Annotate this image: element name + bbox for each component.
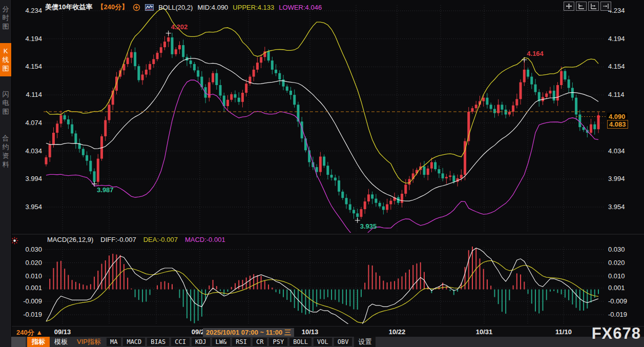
- macd-axis-label: 0.020: [608, 259, 625, 267]
- macd-layer: [46, 243, 598, 332]
- period-selector[interactable]: 240分 ▲: [16, 328, 43, 337]
- tab-vip-indicators[interactable]: VIP指标: [72, 337, 106, 347]
- trading-app: 分时图 K线图 闪电图 合约资料 美债10年收益率 【240分】 BOLL(20…: [0, 0, 644, 347]
- x-axis-label[interactable]: 2025/10/01 07:00 ~ 11:00 三: [203, 328, 294, 337]
- boll-lower-value: LOWER:4.046: [279, 4, 322, 11]
- boll-mid-value: MID:4.090: [197, 4, 228, 11]
- y-axis-label: 4.034: [608, 147, 625, 155]
- sidebar-item-flash-chart[interactable]: 闪电图: [0, 86, 11, 119]
- tab-indicators[interactable]: 指标: [27, 337, 50, 347]
- indicator-button-bias[interactable]: BIAS: [147, 338, 169, 346]
- y-axis-label: 3.994: [608, 175, 625, 183]
- macd-axis-label: 0.020: [14, 259, 42, 267]
- crosshair-icon[interactable]: [564, 2, 574, 11]
- sidebar-item-label: 合约资料: [2, 134, 9, 169]
- chart-type-sidebar: 分时图 K线图 闪电图 合约资料: [0, 0, 12, 347]
- x-axis-label: 09/13: [54, 328, 71, 336]
- indicator-button-kdj[interactable]: KDJ: [192, 338, 210, 346]
- sidebar-item-contract-info[interactable]: 合约资料: [0, 130, 11, 172]
- y-axis-label: 4.114: [608, 91, 625, 99]
- last-price-dot: [597, 115, 600, 118]
- chart-canvas: [0, 0, 644, 338]
- sidebar-item-label: 闪电图: [2, 90, 9, 116]
- price-annotation: 4.164: [527, 50, 544, 57]
- macd-dea-value: DEA:-0.007: [143, 236, 178, 243]
- toolbar-handle[interactable]: [11, 337, 26, 347]
- macd-axis-label: -0.009: [14, 297, 42, 305]
- scale-left-icon[interactable]: [576, 2, 587, 11]
- price-annotation: 3.987: [97, 186, 114, 194]
- y-axis-label: 4.114: [14, 91, 42, 99]
- indicator-toolbar: 指标 模板 VIP指标 MAMACDBIASCCIKDJLW&RSICRPSYB…: [11, 337, 644, 347]
- extreme-cross-marker: [166, 31, 171, 36]
- macd-diff-value: DIFF:-0.007: [100, 236, 136, 243]
- price-annotation: 3.935: [360, 222, 377, 230]
- sidebar-item-kline-chart[interactable]: K线图: [0, 43, 11, 76]
- tab-templates[interactable]: 模板: [50, 337, 72, 347]
- indicator-button-rsi[interactable]: RSI: [232, 338, 251, 346]
- chevron-up-icon: ▲: [36, 329, 43, 336]
- macd-params-label: MACD(26,12,9): [47, 236, 93, 243]
- macd-axis-label: -0.019: [608, 311, 627, 319]
- x-axis-label: 10/22: [389, 328, 406, 336]
- y-axis-label: 3.954: [14, 203, 42, 211]
- y-axis-label: 4.194: [608, 35, 625, 43]
- settings-button[interactable]: 设置: [354, 337, 376, 347]
- indicator-button-obv[interactable]: OBV: [334, 338, 352, 346]
- sidebar-item-label: K线图: [2, 47, 9, 73]
- scale-right-icon[interactable]: [588, 2, 599, 11]
- mini-chart-icon[interactable]: [145, 4, 154, 11]
- indicator-button-lw[interactable]: LW&: [212, 338, 231, 346]
- y-axis-label: 3.954: [608, 203, 625, 211]
- macd-axis-label: 0.030: [14, 246, 42, 254]
- bollinger-bands-layer: [46, 9, 598, 239]
- macd-axis-label: 0.010: [608, 272, 625, 280]
- price-annotation: 4.202: [171, 23, 188, 31]
- extreme-cross-marker: [355, 218, 360, 223]
- y-axis-label: 4.154: [608, 63, 625, 71]
- x-axis-label: 11/10: [555, 328, 572, 336]
- indicator-button-psy[interactable]: PSY: [269, 338, 287, 346]
- macd-axis-label: 0.001: [14, 284, 42, 292]
- macd-axis-label: -0.019: [14, 311, 42, 319]
- macd-axis-label: -0.009: [608, 297, 627, 305]
- indicator-button-vol[interactable]: VOL: [314, 338, 332, 346]
- y-axis-label: 3.994: [14, 175, 42, 183]
- indicator-button-cr[interactable]: CR: [253, 338, 267, 346]
- boll-indicator-label: BOLL(20,2): [158, 4, 193, 11]
- period-text: 240分: [16, 329, 34, 336]
- macd-header: MACD(26,12,9) DIFF:-0.007 DEA:-0.007 MAC…: [47, 236, 225, 243]
- y-axis-label: 4.074: [14, 119, 42, 127]
- sidebar-item-time-chart[interactable]: 分时图: [0, 1, 11, 34]
- pan-right-icon[interactable]: [600, 2, 611, 11]
- indicator-button-boll[interactable]: BOLL: [289, 338, 311, 346]
- y-axis-label: 4.154: [14, 63, 42, 71]
- last-price-label: 4.083: [607, 120, 628, 129]
- y-axis-label: 4.234: [14, 7, 42, 15]
- period-label[interactable]: 【240分】: [97, 3, 128, 12]
- sidebar-item-label: 分时图: [2, 5, 9, 31]
- macd-macd-value: MACD:-0.001: [185, 236, 225, 243]
- y-axis-label: 4.034: [14, 147, 42, 155]
- macd-axis-label: 0.030: [608, 246, 625, 254]
- indicator-button-cci[interactable]: CCI: [171, 338, 190, 346]
- x-axis-row: [11, 326, 644, 337]
- symbol-title: 美债10年收益率: [45, 3, 92, 12]
- indicator-button-list: MAMACDBIASCCIKDJLW&RSICRPSYBOLLVOLOBV: [106, 338, 353, 346]
- x-axis-label: 10/13: [302, 328, 319, 336]
- macd-axis-label: 0.001: [608, 284, 625, 292]
- macd-axis-label: 0.010: [14, 272, 42, 280]
- y-axis-label: 4.194: [14, 35, 42, 43]
- x-axis-label: 10/31: [476, 328, 493, 336]
- indicator-button-macd[interactable]: MACD: [123, 338, 145, 346]
- chart-header: 美债10年收益率 【240分】 BOLL(20,2) MID:4.090 UPP…: [45, 3, 322, 12]
- fx678-watermark: FX678: [592, 324, 641, 343]
- indicator-button-ma[interactable]: MA: [107, 338, 121, 346]
- chart-view-tools: [564, 2, 611, 11]
- boll-upper-value: UPPER:4.133: [233, 4, 274, 11]
- add-indicator-icon[interactable]: [133, 4, 140, 11]
